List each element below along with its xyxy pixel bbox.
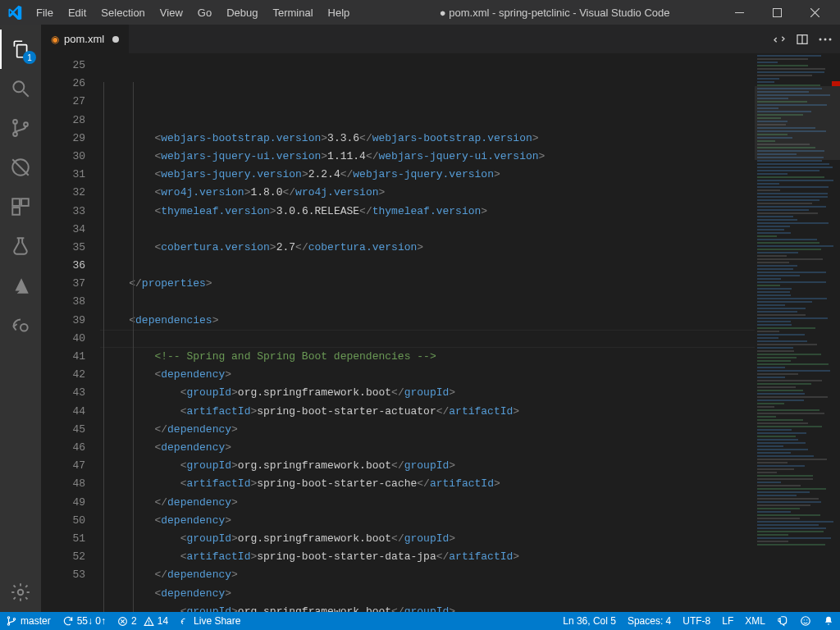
window-title: ● pom.xml - spring-petclinic - Visual St… <box>356 7 720 19</box>
line-number: 43 <box>41 384 85 402</box>
menu-go[interactable]: Go <box>191 3 218 22</box>
line-number: 31 <box>41 166 85 184</box>
code-line[interactable]: </dependency> <box>100 566 755 584</box>
debug-icon[interactable] <box>0 148 41 187</box>
encoding-status[interactable]: UTF-8 <box>677 615 716 627</box>
line-number: 36 <box>41 257 85 275</box>
minimize-button[interactable] <box>720 0 758 25</box>
testing-icon[interactable] <box>0 226 41 266</box>
line-number: 39 <box>41 312 85 330</box>
code-line[interactable]: <dependency> <box>100 439 755 457</box>
svg-point-20 <box>7 623 9 625</box>
code-line[interactable]: <artifactId>spring-boot-starter-cache</a… <box>100 475 755 493</box>
menu-terminal[interactable]: Terminal <box>266 3 319 22</box>
tweet-feedback-icon[interactable] <box>794 615 817 627</box>
explorer-badge: 1 <box>23 51 36 64</box>
code-line[interactable]: <dependencies> <box>100 312 755 330</box>
line-number-gutter: 2526272829303132333435363738394041424344… <box>41 53 100 612</box>
problems-status[interactable]: 2 14 <box>112 612 174 630</box>
code-line[interactable] <box>100 330 755 348</box>
svg-line-3 <box>23 91 29 97</box>
menu-help[interactable]: Help <box>322 3 357 22</box>
code-line[interactable]: <!-- Spring and Spring Boot dependencies… <box>100 348 755 366</box>
menu-edit[interactable]: Edit <box>62 3 93 22</box>
code-line[interactable] <box>100 257 755 275</box>
eol-status[interactable]: LF <box>716 615 739 627</box>
code-line[interactable]: <webjars-bootstrap.version>3.3.6</webjar… <box>100 130 755 148</box>
more-actions-icon[interactable] <box>819 38 832 41</box>
feedback-icon[interactable] <box>771 615 794 627</box>
code-line[interactable] <box>100 221 755 239</box>
code-line[interactable]: <groupId>org.springframework.boot</group… <box>100 384 755 402</box>
code-line[interactable]: <cobertura.version>2.7</cobertura.versio… <box>100 239 755 257</box>
menu-view[interactable]: View <box>153 3 189 22</box>
code-line[interactable]: <artifactId>spring-boot-starter-data-jpa… <box>100 548 755 566</box>
search-icon[interactable] <box>0 69 41 108</box>
settings-gear-icon[interactable] <box>0 573 41 612</box>
line-number: 37 <box>41 275 85 293</box>
svg-rect-10 <box>21 199 29 206</box>
svg-point-29 <box>806 619 807 620</box>
code-region[interactable]: 2526272829303132333435363738394041424344… <box>41 53 840 612</box>
line-number: 47 <box>41 457 85 475</box>
source-control-icon[interactable] <box>0 108 41 148</box>
svg-point-5 <box>13 132 17 136</box>
live-share-status[interactable]: Live Share <box>174 612 246 630</box>
maximize-button[interactable] <box>758 0 796 25</box>
git-branch-status[interactable]: master <box>0 612 57 630</box>
titlebar: FileEditSelectionViewGoDebugTerminalHelp… <box>0 0 840 25</box>
menu-file[interactable]: File <box>30 3 60 22</box>
code-line[interactable]: </dependency> <box>100 494 755 512</box>
minimap[interactable] <box>755 53 840 612</box>
menu-debug[interactable]: Debug <box>220 3 264 22</box>
indentation-status[interactable]: Spaces: 4 <box>622 615 677 627</box>
tab-label: pom.xml <box>64 33 104 45</box>
code-line[interactable]: <groupId>org.springframework.boot</group… <box>100 603 755 612</box>
svg-point-21 <box>13 619 15 620</box>
close-button[interactable] <box>796 0 833 25</box>
window-controls <box>720 0 833 25</box>
menu-bar: FileEditSelectionViewGoDebugTerminalHelp <box>30 3 356 22</box>
code-line[interactable]: <dependency> <box>100 366 755 384</box>
language-status[interactable]: XML <box>739 615 771 627</box>
line-number: 29 <box>41 130 85 148</box>
dirty-indicator-icon <box>112 36 119 43</box>
menu-selection[interactable]: Selection <box>94 3 151 22</box>
svg-point-13 <box>18 590 24 596</box>
line-number: 27 <box>41 93 85 111</box>
code-line[interactable]: <groupId>org.springframework.boot</group… <box>100 457 755 475</box>
code-line[interactable]: <webjars-jquery-ui.version>1.11.4</webja… <box>100 148 755 166</box>
cursor-position-status[interactable]: Ln 36, Col 5 <box>557 615 622 627</box>
svg-point-28 <box>804 619 805 620</box>
live-share-icon[interactable] <box>0 305 41 345</box>
sync-status[interactable]: 55↓ 0↑ <box>57 612 112 630</box>
code-line[interactable]: </properties> <box>100 275 755 293</box>
editor-content[interactable]: <webjars-bootstrap.version>3.3.6</webjar… <box>100 53 755 612</box>
code-line[interactable]: <dependency> <box>100 512 755 530</box>
svg-rect-1 <box>773 8 781 16</box>
line-number: 34 <box>41 221 85 239</box>
line-number: 48 <box>41 475 85 493</box>
explorer-icon[interactable]: 1 <box>0 30 41 69</box>
line-number: 35 <box>41 239 85 257</box>
code-line[interactable]: <thymeleaf.version>3.0.6.RELEASE</thymel… <box>100 203 755 221</box>
code-line[interactable]: <dependency> <box>100 585 755 603</box>
line-number: 33 <box>41 203 85 221</box>
code-line[interactable]: <groupId>org.springframework.boot</group… <box>100 530 755 548</box>
activity-bar: 1 <box>0 25 41 612</box>
line-number: 38 <box>41 293 85 311</box>
extensions-icon[interactable] <box>0 187 41 226</box>
compare-changes-icon[interactable] <box>773 33 786 46</box>
code-line[interactable]: </dependency> <box>100 421 755 439</box>
code-line[interactable]: <webjars-jquery.version>2.2.4</webjars-j… <box>100 166 755 184</box>
code-line[interactable]: <wro4j.version>1.8.0</wro4j.version> <box>100 184 755 202</box>
azure-icon[interactable] <box>0 266 41 305</box>
code-line[interactable]: <artifactId>spring-boot-starter-actuator… <box>100 403 755 421</box>
tab-bar: ◉ pom.xml <box>41 25 840 53</box>
code-line[interactable] <box>100 294 755 312</box>
notifications-icon[interactable] <box>817 615 840 627</box>
svg-point-27 <box>801 617 810 626</box>
line-number: 44 <box>41 403 85 421</box>
split-editor-icon[interactable] <box>796 33 809 46</box>
tab-pom-xml[interactable]: ◉ pom.xml <box>41 25 130 53</box>
